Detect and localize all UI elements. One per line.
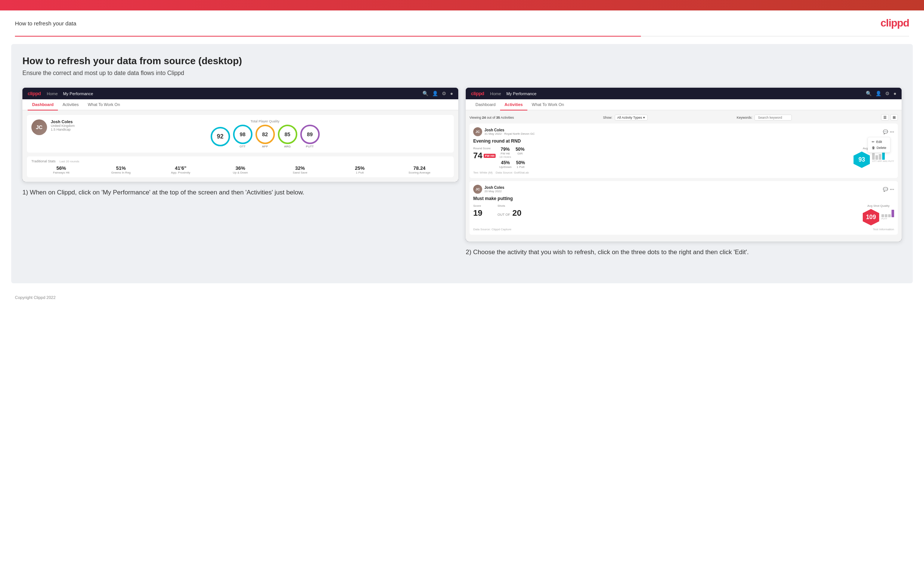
main-score-circle: 92 xyxy=(211,127,230,146)
left-nav-home[interactable]: Home xyxy=(47,92,58,96)
tab-dashboard[interactable]: Dashboard xyxy=(27,99,58,110)
keywords-label: Keywords: xyxy=(737,116,752,119)
activity-1-date: 31 May 2022 · Royal North Devon GC xyxy=(485,132,881,135)
arg-gauge-group: 85 ARG xyxy=(278,125,297,148)
fw-hit-item: 79% FW Hit 18 Holes xyxy=(499,147,511,159)
activity-1-user-name: Josh Coles xyxy=(485,128,881,132)
edit-action[interactable]: ✏ Edit xyxy=(868,139,890,145)
right-settings-icon[interactable]: ⚙ xyxy=(885,91,890,96)
gir-item: 50% GIR xyxy=(515,147,524,159)
right-user-icon[interactable]: 👤 xyxy=(876,91,881,96)
activity-2-avatar: JC xyxy=(473,185,482,194)
score-badge: FW Hit xyxy=(484,154,495,158)
player-info: Josh Coles United Kingdom 1.5 Handicap xyxy=(51,119,77,131)
ott-gauge-group: 98 OTT xyxy=(233,125,252,148)
right-tab-activities[interactable]: Activities xyxy=(500,99,527,110)
updown-putt-row: 45% Up/Down 50% 1 Putt xyxy=(499,160,850,169)
right-nav-my-performance[interactable]: My Performance xyxy=(506,92,537,96)
more-dots-icon-2[interactable]: ••• xyxy=(890,187,894,192)
fw-gir-section: 79% FW Hit 18 Holes 50% GIR xyxy=(499,147,850,169)
search-input[interactable] xyxy=(754,114,792,121)
pencil-icon: ✏ xyxy=(872,140,875,144)
user-icon[interactable]: 👤 xyxy=(432,91,438,96)
score-section-2: Score 19 xyxy=(473,204,494,218)
comment-icon-2[interactable]: 💬 xyxy=(883,187,888,192)
activity-card-1: JC Josh Coles 31 May 2022 · Royal North … xyxy=(470,124,898,178)
player-avatar: JC xyxy=(31,119,47,135)
more-dots-icon[interactable]: ••• xyxy=(890,129,894,134)
ott-label: OTT xyxy=(233,145,252,148)
main-score-group: 92 xyxy=(211,127,230,146)
left-nav-my-performance[interactable]: My Performance xyxy=(63,92,94,96)
activity-card-2: JC Josh Coles 20 May 2022 💬 ••• Must mak… xyxy=(470,181,898,235)
right-search-icon[interactable]: 🔍 xyxy=(866,91,872,96)
search-icon[interactable]: 🔍 xyxy=(422,91,428,96)
app-val: 82 xyxy=(262,131,268,137)
putt-gauge-group: 89 PUTT xyxy=(300,125,320,148)
total-quality-label: Total Player Quality xyxy=(81,119,449,123)
bar-app xyxy=(876,155,878,160)
right-tab-what-to-work-on[interactable]: What To Work On xyxy=(527,99,569,110)
arg-val: 85 xyxy=(284,131,291,137)
grid-view-button[interactable]: ⊞ xyxy=(890,114,898,121)
total-quality-section: Total Player Quality 92 xyxy=(81,119,449,148)
header-divider xyxy=(15,36,909,37)
right-nav-links: Home My Performance xyxy=(490,92,536,96)
score-val-2: 19 xyxy=(473,208,482,218)
bar-putt xyxy=(882,152,885,160)
header-title: How to refresh your data xyxy=(15,20,76,26)
footer: Copyright Clippd 2022 xyxy=(0,291,924,304)
bar2-app xyxy=(885,214,887,217)
activity-1-user-row: JC Josh Coles 31 May 2022 · Royal North … xyxy=(473,127,894,136)
activity-1-icons: 💬 ••• xyxy=(883,129,894,134)
activity-2-title: Must make putting xyxy=(473,196,894,201)
activity-2-icons: 💬 ••• xyxy=(883,187,894,192)
test-info: Test Information xyxy=(873,228,894,231)
show-dropdown[interactable]: All Activity Types ▾ xyxy=(615,114,648,121)
left-app-nav: clippd Home My Performance 🔍 👤 ⚙ ● xyxy=(23,88,458,99)
viewing-bar: Viewing 24 out of 35 Activities Show: Al… xyxy=(470,114,898,121)
putt-label: PUTT xyxy=(300,145,320,148)
page-subheading: Ensure the correct and most up to date d… xyxy=(23,70,901,76)
left-screenshot-col: clippd Home My Performance 🔍 👤 ⚙ ● Dashb… xyxy=(23,88,458,257)
tab-what-to-work-on[interactable]: What To Work On xyxy=(83,99,124,110)
right-nav-logo: clippd xyxy=(471,91,484,96)
oneputt-item: 50% 1 Putt xyxy=(516,160,525,169)
left-nav-logo: clippd xyxy=(27,91,41,96)
delete-action[interactable]: 🗑 Delete xyxy=(868,145,890,151)
right-app-screenshot: clippd Home My Performance 🔍 👤 ⚙ ● Dashb… xyxy=(466,88,901,242)
ott-val: 98 xyxy=(240,131,246,137)
keywords-section: Keywords: xyxy=(737,114,792,121)
bar2-arg xyxy=(888,214,891,217)
player-header: JC Josh Coles United Kingdom 1.5 Handica… xyxy=(27,115,454,153)
settings-icon[interactable]: ⚙ xyxy=(442,91,446,96)
avatar-icon[interactable]: ● xyxy=(450,91,453,96)
bar2-putt xyxy=(892,210,894,217)
data-source-1: Data Source: GolfStat.ab xyxy=(496,171,529,174)
tab-activities[interactable]: Activities xyxy=(58,99,83,110)
comment-icon[interactable]: 💬 xyxy=(883,129,888,134)
round-score-section: Round Score 74 FW Hit xyxy=(473,147,496,161)
right-avatar-icon[interactable]: ● xyxy=(893,91,897,96)
app-gauge: 82 xyxy=(255,125,275,144)
right-tab-dashboard[interactable]: Dashboard xyxy=(471,99,500,110)
activity-1-footer: Tee: White (M) Data Source: GolfStat.ab xyxy=(473,171,894,174)
stat-oneputt: 25% 1 Putt xyxy=(330,165,389,174)
activity-2-footer: Data Source: Clippd Capture Test Informa… xyxy=(473,228,894,231)
avg-shot-section-2: Avg Shot Quality 109 xyxy=(863,204,894,226)
player-name: Josh Coles xyxy=(51,119,77,124)
description-1: 1) When on Clippd, click on 'My Performa… xyxy=(23,182,458,197)
right-screenshot-col: clippd Home My Performance 🔍 👤 ⚙ ● Dashb… xyxy=(466,88,901,257)
clippd-logo: clippd xyxy=(881,17,909,29)
putt-gauge: 89 xyxy=(300,125,320,144)
arg-label: ARG xyxy=(278,145,297,148)
app-label: APP xyxy=(255,145,275,148)
copyright: Copyright Clippd 2022 xyxy=(15,295,56,300)
list-view-button[interactable]: ☰ xyxy=(881,114,889,121)
header: How to refresh your data clippd xyxy=(0,10,924,36)
activity-2-user-row: JC Josh Coles 20 May 2022 💬 ••• xyxy=(473,185,894,194)
screenshots-row: clippd Home My Performance 🔍 👤 ⚙ ● Dashb… xyxy=(23,88,901,257)
right-ss-body: Viewing 24 out of 35 Activities Show: Al… xyxy=(466,110,901,242)
right-nav-home[interactable]: Home xyxy=(490,92,501,96)
stat-updown: 36% Up & Down xyxy=(211,165,270,174)
